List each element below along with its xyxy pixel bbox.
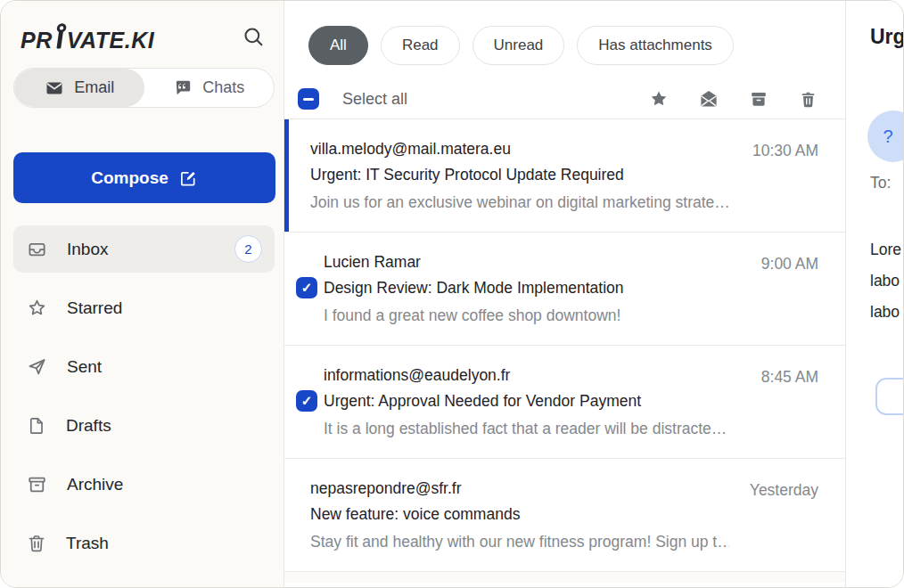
mode-toggle: Email Chats (13, 68, 275, 108)
filter-chip-label: Read (402, 37, 439, 53)
send-icon (26, 355, 48, 378)
email-row[interactable]: Lucien Ramar Design Review: Dark Mode Im… (284, 233, 845, 346)
trash-outline-icon (26, 533, 47, 554)
mode-toggle-segment[interactable]: Email (14, 69, 144, 107)
reading-pane: Urg ? To: Lore labo labo (846, 1, 903, 587)
mark-read-icon[interactable] (698, 88, 719, 110)
bulk-actions (648, 88, 818, 110)
sidebar-item[interactable]: Archive (13, 461, 275, 508)
sidebar-item[interactable]: Drafts (13, 402, 275, 449)
sidebar: PR VATE.KI Email (1, 1, 284, 587)
delete-icon[interactable] (798, 88, 818, 110)
message-body-line: labo (870, 297, 901, 328)
email-subject: Design Review: Dark Mode Implementation (324, 275, 729, 301)
unread-count-badge: 2 (234, 235, 262, 263)
email-preview: Stay fit and healthy with our new fitnes… (310, 527, 729, 556)
inbox-icon (26, 238, 48, 260)
to-label: To: (870, 174, 891, 192)
archive-icon[interactable] (748, 88, 769, 110)
email-subject: Urgent: IT Security Protocol Update Requ… (310, 162, 729, 188)
compose-edit-icon (178, 168, 198, 188)
message-body-line: labo (870, 265, 901, 297)
message-body: Lore labo labo (870, 234, 901, 328)
compose-label: Compose (91, 168, 168, 188)
brand-text-post: VATE.KI (67, 28, 154, 53)
email-checkbox[interactable] (296, 390, 317, 412)
filter-chip-label: Unread (494, 37, 544, 53)
sidebar-item-label: Inbox (67, 240, 108, 259)
archive-outline-icon (26, 473, 48, 495)
sidebar-nav: Inbox 2 Starred Sent Drafts (13, 225, 275, 567)
email-preview: I found a great new coffee shop downtown… (324, 301, 729, 330)
email-row[interactable]: villa.melody@mail.matera.eu Urgent: IT S… (284, 119, 845, 233)
email-time: 10:30 AM (752, 138, 818, 164)
email-preview: Join us for an exclusive webinar on digi… (310, 188, 729, 216)
compose-button[interactable]: Compose (13, 152, 275, 203)
draft-icon (26, 415, 47, 437)
sidebar-item-label: Sent (67, 357, 102, 377)
filter-chip[interactable]: Read (381, 26, 460, 65)
sidebar-item[interactable]: Sent (13, 343, 275, 390)
filter-chip-label: All (330, 37, 347, 53)
star-icon[interactable] (648, 88, 670, 110)
email-row[interactable]: informations@eaudelyon.fr Urgent: Approv… (284, 346, 845, 459)
key-icon (52, 23, 68, 54)
filter-chip[interactable]: Has attachments (577, 26, 734, 65)
sidebar-item[interactable]: Inbox 2 (13, 225, 275, 273)
email-row-partial (284, 572, 845, 583)
sidebar-item[interactable]: Starred (13, 284, 275, 331)
search-icon[interactable] (239, 22, 267, 53)
mode-toggle-segment[interactable]: Chats (144, 69, 275, 107)
sender-avatar: ? (867, 110, 903, 162)
envelope-icon (44, 78, 65, 99)
email-sender: informations@eaudelyon.fr (324, 363, 729, 388)
filter-chip-label: Has attachments (598, 37, 712, 53)
mode-toggle-label: Email (74, 78, 114, 97)
email-sender: Lucien Ramar (324, 249, 729, 275)
email-subject: Urgent: Approval Needed for Vendor Payme… (324, 388, 729, 414)
brand-text-pre: PR (21, 28, 53, 53)
email-sender: villa.melody@mail.matera.eu (310, 136, 729, 162)
email-time: Yesterday (750, 478, 818, 503)
select-all-checkbox[interactable] (298, 88, 319, 110)
app-window: PR VATE.KI Email (0, 0, 904, 588)
brand-logo: PR VATE.KI (21, 22, 154, 53)
email-time: 9:00 AM (761, 251, 818, 277)
email-preview: It is a long established fact that a rea… (324, 414, 729, 443)
email-sender: nepasrepondre@sfr.fr (310, 476, 729, 502)
message-body-line: Lore (870, 234, 901, 265)
filter-chip[interactable]: All (308, 26, 368, 65)
reply-input[interactable] (875, 378, 903, 415)
list-toolbar: Select all (284, 79, 845, 118)
email-row[interactable]: nepasrepondre@sfr.fr New feature: voice … (284, 459, 845, 572)
reading-pane-title: Urg (870, 25, 903, 49)
email-list: villa.melody@mail.matera.eu Urgent: IT S… (284, 118, 845, 587)
email-list-panel: All Read Unread Has attachments Select a… (284, 1, 846, 587)
sidebar-header: PR VATE.KI (13, 1, 275, 53)
mode-toggle-label: Chats (202, 78, 244, 97)
sidebar-item-label: Archive (67, 475, 123, 494)
sidebar-item[interactable]: Trash (13, 519, 275, 567)
email-time: 8:45 AM (761, 364, 818, 390)
selected-indicator-bar (284, 119, 289, 232)
email-subject: New feature: voice commands (310, 502, 729, 527)
sidebar-item-label: Drafts (66, 416, 111, 436)
star-outline-icon (26, 297, 48, 319)
sidebar-item-label: Starred (67, 298, 122, 318)
filter-chips: All Read Unread Has attachments (284, 1, 845, 65)
sidebar-item-label: Trash (66, 534, 109, 553)
email-checkbox[interactable] (296, 277, 317, 298)
avatar-placeholder-text: ? (883, 127, 892, 147)
select-all-label: Select all (342, 90, 407, 109)
filter-chip[interactable]: Unread (473, 26, 565, 65)
chat-icon (173, 78, 193, 98)
